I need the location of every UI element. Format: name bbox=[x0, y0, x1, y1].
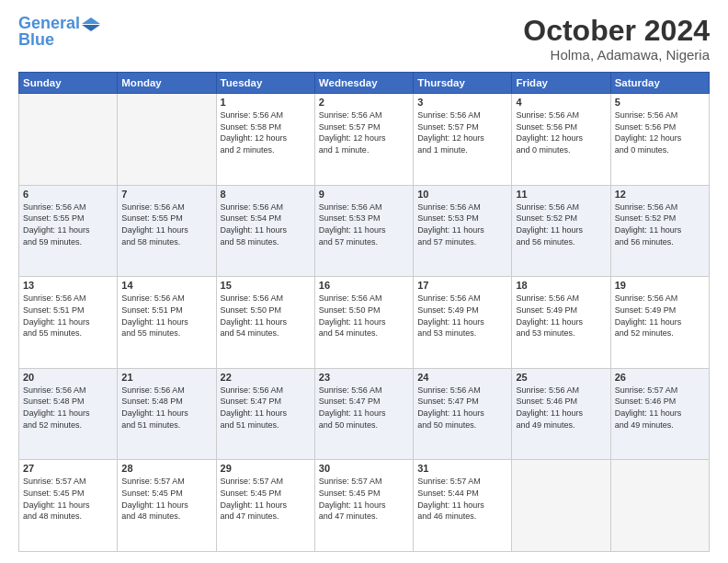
day-number: 1 bbox=[221, 97, 311, 108]
day-number: 7 bbox=[121, 189, 211, 200]
cell-w1-d4: 10Sunrise: 5:56 AM Sunset: 5:53 PM Dayli… bbox=[414, 185, 512, 277]
day-detail: Sunrise: 5:56 AM Sunset: 5:51 PM Dayligh… bbox=[121, 293, 211, 339]
cell-w3-d3: 23Sunrise: 5:56 AM Sunset: 5:47 PM Dayli… bbox=[314, 368, 413, 460]
cell-w4-d2: 29Sunrise: 5:57 AM Sunset: 5:45 PM Dayli… bbox=[216, 460, 314, 552]
col-wednesday: Wednesday bbox=[314, 73, 413, 94]
cell-w2-d4: 17Sunrise: 5:56 AM Sunset: 5:49 PM Dayli… bbox=[414, 277, 512, 369]
day-number: 9 bbox=[319, 189, 409, 200]
cell-w0-d3: 2Sunrise: 5:56 AM Sunset: 5:57 PM Daylig… bbox=[314, 94, 413, 186]
day-number: 16 bbox=[319, 280, 409, 291]
day-detail: Sunrise: 5:57 AM Sunset: 5:45 PM Dayligh… bbox=[319, 476, 409, 522]
cell-w3-d2: 22Sunrise: 5:56 AM Sunset: 5:47 PM Dayli… bbox=[216, 368, 314, 460]
day-number: 19 bbox=[615, 280, 705, 291]
cell-w0-d0 bbox=[19, 94, 118, 186]
cell-w1-d2: 8Sunrise: 5:56 AM Sunset: 5:54 PM Daylig… bbox=[216, 185, 314, 277]
cell-w2-d6: 19Sunrise: 5:56 AM Sunset: 5:49 PM Dayli… bbox=[610, 277, 709, 369]
day-detail: Sunrise: 5:56 AM Sunset: 5:53 PM Dayligh… bbox=[319, 201, 409, 247]
day-detail: Sunrise: 5:57 AM Sunset: 5:45 PM Dayligh… bbox=[121, 476, 211, 522]
day-detail: Sunrise: 5:56 AM Sunset: 5:51 PM Dayligh… bbox=[23, 293, 113, 339]
col-sunday: Sunday bbox=[19, 73, 118, 94]
cell-w1-d1: 7Sunrise: 5:56 AM Sunset: 5:55 PM Daylig… bbox=[118, 185, 216, 277]
day-detail: Sunrise: 5:57 AM Sunset: 5:45 PM Dayligh… bbox=[23, 476, 113, 522]
day-detail: Sunrise: 5:56 AM Sunset: 5:52 PM Dayligh… bbox=[516, 201, 606, 247]
day-number: 3 bbox=[417, 97, 507, 108]
day-number: 26 bbox=[615, 372, 705, 383]
day-number: 15 bbox=[221, 280, 311, 291]
week-row-5: 27Sunrise: 5:57 AM Sunset: 5:45 PM Dayli… bbox=[19, 460, 710, 552]
title-area: October 2024 Holma, Adamawa, Nigeria bbox=[523, 15, 710, 63]
header-row: Sunday Monday Tuesday Wednesday Thursday… bbox=[19, 73, 710, 94]
day-detail: Sunrise: 5:56 AM Sunset: 5:50 PM Dayligh… bbox=[221, 293, 311, 339]
day-number: 12 bbox=[615, 189, 705, 200]
day-detail: Sunrise: 5:56 AM Sunset: 5:49 PM Dayligh… bbox=[615, 293, 705, 339]
cell-w2-d5: 18Sunrise: 5:56 AM Sunset: 5:49 PM Dayli… bbox=[512, 277, 610, 369]
logo: General Blue bbox=[18, 15, 100, 50]
cell-w4-d3: 30Sunrise: 5:57 AM Sunset: 5:45 PM Dayli… bbox=[314, 460, 413, 552]
day-number: 14 bbox=[121, 280, 211, 291]
day-number: 21 bbox=[121, 372, 211, 383]
day-number: 11 bbox=[516, 189, 606, 200]
day-number: 22 bbox=[221, 372, 311, 383]
cell-w3-d6: 26Sunrise: 5:57 AM Sunset: 5:46 PM Dayli… bbox=[610, 368, 709, 460]
day-number: 27 bbox=[23, 463, 113, 474]
day-detail: Sunrise: 5:56 AM Sunset: 5:49 PM Dayligh… bbox=[516, 293, 606, 339]
cell-w3-d1: 21Sunrise: 5:56 AM Sunset: 5:48 PM Dayli… bbox=[118, 368, 216, 460]
cell-w0-d2: 1Sunrise: 5:56 AM Sunset: 5:58 PM Daylig… bbox=[216, 94, 314, 186]
day-detail: Sunrise: 5:56 AM Sunset: 5:49 PM Dayligh… bbox=[417, 293, 507, 339]
cell-w0-d6: 5Sunrise: 5:56 AM Sunset: 5:56 PM Daylig… bbox=[610, 94, 709, 186]
cell-w4-d4: 31Sunrise: 5:57 AM Sunset: 5:44 PM Dayli… bbox=[414, 460, 512, 552]
cell-w2-d0: 13Sunrise: 5:56 AM Sunset: 5:51 PM Dayli… bbox=[19, 277, 118, 369]
day-number: 4 bbox=[516, 97, 606, 108]
cell-w4-d5 bbox=[512, 460, 610, 552]
day-number: 18 bbox=[516, 280, 606, 291]
day-detail: Sunrise: 5:56 AM Sunset: 5:55 PM Dayligh… bbox=[23, 201, 113, 247]
day-number: 24 bbox=[417, 372, 507, 383]
cell-w2-d1: 14Sunrise: 5:56 AM Sunset: 5:51 PM Dayli… bbox=[118, 277, 216, 369]
col-thursday: Thursday bbox=[414, 73, 512, 94]
logo-text-2: Blue bbox=[18, 31, 54, 50]
week-row-4: 20Sunrise: 5:56 AM Sunset: 5:48 PM Dayli… bbox=[19, 368, 710, 460]
week-row-2: 6Sunrise: 5:56 AM Sunset: 5:55 PM Daylig… bbox=[19, 185, 710, 277]
day-detail: Sunrise: 5:56 AM Sunset: 5:53 PM Dayligh… bbox=[417, 201, 507, 247]
day-detail: Sunrise: 5:56 AM Sunset: 5:54 PM Dayligh… bbox=[221, 201, 311, 247]
location: Holma, Adamawa, Nigeria bbox=[523, 47, 710, 63]
col-monday: Monday bbox=[118, 73, 216, 94]
week-row-3: 13Sunrise: 5:56 AM Sunset: 5:51 PM Dayli… bbox=[19, 277, 710, 369]
day-number: 6 bbox=[23, 189, 113, 200]
cell-w3-d0: 20Sunrise: 5:56 AM Sunset: 5:48 PM Dayli… bbox=[19, 368, 118, 460]
day-detail: Sunrise: 5:57 AM Sunset: 5:45 PM Dayligh… bbox=[221, 476, 311, 522]
day-number: 23 bbox=[319, 372, 409, 383]
col-friday: Friday bbox=[512, 73, 610, 94]
day-number: 20 bbox=[23, 372, 113, 383]
cell-w1-d6: 12Sunrise: 5:56 AM Sunset: 5:52 PM Dayli… bbox=[610, 185, 709, 277]
cell-w0-d5: 4Sunrise: 5:56 AM Sunset: 5:56 PM Daylig… bbox=[512, 94, 610, 186]
cell-w3-d4: 24Sunrise: 5:56 AM Sunset: 5:47 PM Dayli… bbox=[414, 368, 512, 460]
day-detail: Sunrise: 5:56 AM Sunset: 5:47 PM Dayligh… bbox=[221, 385, 311, 431]
day-number: 2 bbox=[319, 97, 409, 108]
day-number: 29 bbox=[221, 463, 311, 474]
cell-w3-d5: 25Sunrise: 5:56 AM Sunset: 5:46 PM Dayli… bbox=[512, 368, 610, 460]
day-number: 13 bbox=[23, 280, 113, 291]
cell-w4-d0: 27Sunrise: 5:57 AM Sunset: 5:45 PM Dayli… bbox=[19, 460, 118, 552]
day-detail: Sunrise: 5:56 AM Sunset: 5:55 PM Dayligh… bbox=[121, 201, 211, 247]
cell-w1-d3: 9Sunrise: 5:56 AM Sunset: 5:53 PM Daylig… bbox=[314, 185, 413, 277]
day-detail: Sunrise: 5:56 AM Sunset: 5:48 PM Dayligh… bbox=[23, 385, 113, 431]
day-detail: Sunrise: 5:56 AM Sunset: 5:52 PM Dayligh… bbox=[615, 201, 705, 247]
day-number: 17 bbox=[417, 280, 507, 291]
day-number: 25 bbox=[516, 372, 606, 383]
day-detail: Sunrise: 5:56 AM Sunset: 5:47 PM Dayligh… bbox=[417, 385, 507, 431]
day-number: 10 bbox=[417, 189, 507, 200]
day-number: 30 bbox=[319, 463, 409, 474]
calendar-table: Sunday Monday Tuesday Wednesday Thursday… bbox=[18, 72, 710, 552]
col-saturday: Saturday bbox=[610, 73, 709, 94]
col-tuesday: Tuesday bbox=[216, 73, 314, 94]
day-number: 31 bbox=[417, 463, 507, 474]
week-row-1: 1Sunrise: 5:56 AM Sunset: 5:58 PM Daylig… bbox=[19, 94, 710, 186]
cell-w1-d0: 6Sunrise: 5:56 AM Sunset: 5:55 PM Daylig… bbox=[19, 185, 118, 277]
cell-w2-d3: 16Sunrise: 5:56 AM Sunset: 5:50 PM Dayli… bbox=[314, 277, 413, 369]
day-detail: Sunrise: 5:56 AM Sunset: 5:56 PM Dayligh… bbox=[615, 109, 705, 155]
cell-w0-d4: 3Sunrise: 5:56 AM Sunset: 5:57 PM Daylig… bbox=[414, 94, 512, 186]
day-detail: Sunrise: 5:56 AM Sunset: 5:50 PM Dayligh… bbox=[319, 293, 409, 339]
day-detail: Sunrise: 5:56 AM Sunset: 5:57 PM Dayligh… bbox=[417, 109, 507, 155]
cell-w4-d1: 28Sunrise: 5:57 AM Sunset: 5:45 PM Dayli… bbox=[118, 460, 216, 552]
